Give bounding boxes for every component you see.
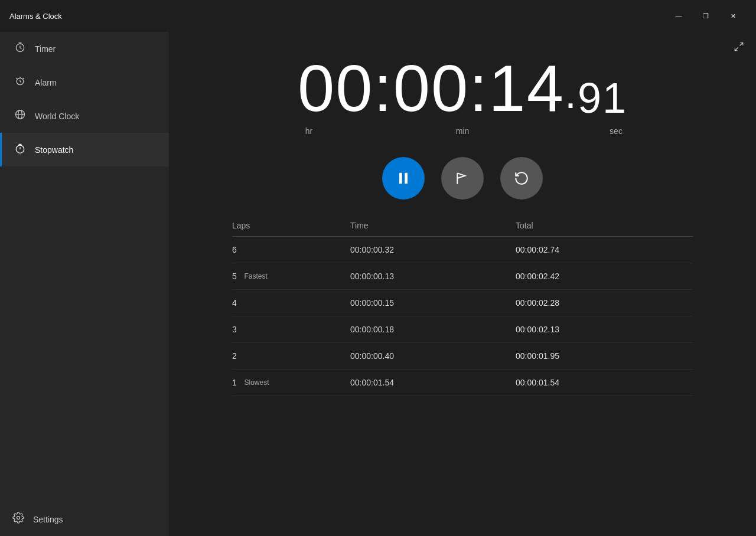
reset-button[interactable]	[500, 157, 543, 200]
laps-header: Laps Time Total	[232, 221, 693, 237]
sidebar-item-alarm[interactable]: Alarm	[0, 66, 169, 99]
settings-label: Settings	[33, 515, 63, 524]
settings-icon	[12, 512, 25, 527]
world-clock-label: World Clock	[35, 112, 79, 121]
pause-button[interactable]	[382, 157, 425, 200]
header-time: Time	[350, 221, 516, 230]
timer-icon	[14, 41, 27, 56]
time-centiseconds: 91	[578, 77, 627, 122]
expand-button[interactable]	[734, 41, 744, 55]
app-body: Timer Alarm World Clock	[0, 32, 756, 536]
main-content: 00 : 00 : 14 . 91 hr min sec	[169, 32, 756, 536]
table-row: 3 00:00:00.18 00:00:02.13	[232, 316, 693, 343]
table-row: 1 Slowest 00:00:01.54 00:00:01.54	[232, 370, 693, 396]
label-sec: sec	[539, 126, 693, 136]
table-row: 5 Fastest 00:00:00.13 00:00:02.42	[232, 263, 693, 290]
lap-badge: Slowest	[240, 378, 269, 387]
time-minutes: 00	[393, 55, 470, 122]
table-row: 4 00:00:00.15 00:00:02.28	[232, 290, 693, 316]
stopwatch-display: 00 : 00 : 14 . 91 hr min sec	[169, 32, 756, 136]
time-display: 00 : 00 : 14 . 91	[298, 55, 627, 122]
sidebar-item-settings[interactable]: Settings	[0, 502, 169, 536]
alarm-label: Alarm	[35, 78, 57, 87]
label-min: min	[386, 126, 539, 136]
time-seconds: 14	[488, 55, 565, 122]
svg-rect-6	[399, 173, 402, 184]
lap-time: 00:00:00.15	[350, 298, 516, 308]
world-clock-icon	[14, 109, 27, 123]
label-hr: hr	[232, 126, 386, 136]
stopwatch-label: Stopwatch	[35, 145, 73, 155]
restore-button[interactable]: ❐	[692, 6, 719, 25]
table-row: 6 00:00:00.32 00:00:02.74	[232, 237, 693, 263]
laps-table: Laps Time Total 6 00:00:00.32 00:00:02.7…	[232, 221, 693, 396]
lap-total: 00:00:02.74	[516, 245, 681, 254]
lap-badge: Fastest	[240, 272, 268, 280]
svg-rect-7	[405, 173, 408, 184]
lap-time: 00:00:00.32	[350, 245, 516, 254]
app-title: Alarms & Clock	[9, 12, 62, 21]
time-dot: .	[565, 72, 578, 122]
colon-2: :	[469, 55, 488, 122]
lap-number: 4	[232, 298, 237, 308]
header-laps: Laps	[232, 221, 350, 230]
stopwatch-icon	[14, 142, 27, 157]
timer-label: Timer	[35, 44, 56, 54]
lap-total: 00:00:02.28	[516, 298, 681, 308]
lap-number: 5	[232, 272, 237, 281]
window-controls: — ❐ ✕	[665, 6, 747, 25]
header-total: Total	[516, 221, 681, 230]
minimize-button[interactable]: —	[665, 6, 692, 25]
sidebar-item-world-clock[interactable]: World Clock	[0, 99, 169, 133]
close-button[interactable]: ✕	[719, 6, 747, 25]
time-hours: 00	[298, 55, 374, 122]
sidebar-item-stopwatch[interactable]: Stopwatch	[0, 133, 169, 166]
sidebar-item-timer[interactable]: Timer	[0, 32, 169, 66]
flag-button[interactable]	[441, 157, 484, 200]
lap-time: 00:00:01.54	[350, 378, 516, 387]
colon-1: :	[374, 55, 393, 122]
lap-total: 00:00:02.13	[516, 325, 681, 334]
stopwatch-controls	[169, 157, 756, 200]
lap-number: 3	[232, 325, 237, 334]
table-row: 2 00:00:00.40 00:00:01.95	[232, 343, 693, 370]
lap-total: 00:00:01.95	[516, 351, 681, 361]
svg-point-5	[17, 517, 20, 519]
sidebar: Timer Alarm World Clock	[0, 32, 169, 536]
lap-time: 00:00:00.18	[350, 325, 516, 334]
lap-number: 2	[232, 351, 237, 361]
lap-time: 00:00:00.13	[350, 272, 516, 281]
titlebar: Alarms & Clock — ❐ ✕	[0, 0, 756, 32]
lap-time: 00:00:00.40	[350, 351, 516, 361]
lap-number: 6	[232, 245, 237, 254]
laps-body: 6 00:00:00.32 00:00:02.74 5 Fastest 00:0…	[232, 237, 693, 396]
lap-total: 00:00:01.54	[516, 378, 681, 387]
lap-total: 00:00:02.42	[516, 272, 681, 281]
lap-number: 1	[232, 378, 237, 387]
alarm-icon	[14, 75, 27, 90]
svg-point-4	[16, 145, 24, 153]
